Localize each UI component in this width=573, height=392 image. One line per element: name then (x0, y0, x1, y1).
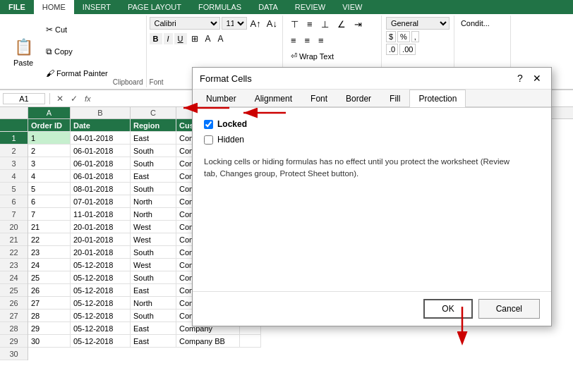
tab-home[interactable]: HOME (34, 0, 74, 14)
align-left-button[interactable]: ≡ (287, 33, 300, 48)
dialog-tab-border[interactable]: Border (337, 90, 380, 107)
cell[interactable]: 7 (28, 208, 71, 220)
row-num-6[interactable]: 6 (0, 195, 28, 208)
align-middle-button[interactable]: ≡ (303, 17, 316, 32)
row-num-24[interactable]: 24 (0, 271, 28, 284)
cell[interactable]: East (131, 322, 176, 334)
cell[interactable]: 21 (28, 221, 71, 233)
align-top-button[interactable]: ⊤ (287, 17, 302, 32)
cell[interactable]: 4 (28, 170, 71, 182)
format-painter-button[interactable]: 🖌 Format Painter (42, 66, 111, 80)
percent-button[interactable]: % (397, 31, 410, 42)
tab-file[interactable]: FILE (0, 0, 34, 14)
col-header-a[interactable]: A (28, 107, 71, 118)
font-color-button[interactable]: A (215, 32, 227, 45)
cell[interactable]: Region (131, 119, 176, 131)
dialog-tab-alignment[interactable]: Alignment (246, 90, 301, 107)
row-num-23[interactable]: 23 (0, 259, 28, 271)
cell[interactable]: 20-01-2018 (71, 233, 131, 245)
cell[interactable]: 08-01-2018 (71, 183, 131, 195)
row-num-20[interactable]: 20 (0, 221, 28, 233)
cell[interactable]: North (131, 297, 176, 309)
row-num-25[interactable]: 25 (0, 284, 28, 297)
dialog-tab-fill[interactable]: Fill (380, 90, 409, 107)
cell[interactable]: West (131, 259, 176, 271)
cell[interactable]: 06-01-2018 (71, 157, 131, 169)
number-format-select[interactable]: General (386, 17, 450, 30)
cell[interactable]: Company BB (176, 335, 240, 347)
cell[interactable]: South (131, 246, 176, 258)
cut-button[interactable]: ✂ Cut (42, 23, 111, 37)
font-name-select[interactable]: Calibri (150, 17, 220, 30)
cell[interactable]: 23 (28, 246, 71, 258)
conditional-formatting-button[interactable]: Condit... (457, 17, 493, 30)
row-num-7[interactable]: 7 (0, 208, 28, 221)
cell[interactable]: 29 (28, 322, 71, 334)
cell[interactable]: 1 (28, 132, 71, 144)
row-num-28[interactable]: 28 (0, 322, 28, 335)
border-button[interactable]: ⊞ (188, 32, 201, 45)
cell-reference-input[interactable]: A1 (3, 93, 45, 104)
accounting-format-button[interactable]: $ (386, 31, 396, 42)
cell[interactable]: South (131, 271, 176, 283)
cell[interactable]: 30 (28, 335, 71, 347)
cell[interactable]: East (131, 284, 176, 296)
row-num-26[interactable]: 26 (0, 297, 28, 310)
cancel-button[interactable]: Cancel (478, 299, 540, 319)
row-num-3[interactable]: 3 (0, 157, 28, 170)
cell[interactable]: 05-12-2018 (71, 271, 131, 283)
cell[interactable]: 11-01-2018 (71, 208, 131, 220)
comma-button[interactable]: , (411, 31, 419, 42)
row-num-1[interactable]: 1 (0, 132, 28, 145)
decrease-font-size-button[interactable]: A↓ (265, 18, 279, 30)
cell[interactable]: 24 (28, 259, 71, 271)
align-center-button[interactable]: ≡ (301, 33, 314, 48)
italic-button[interactable]: I (164, 33, 173, 44)
decrease-decimal-button[interactable]: .00 (399, 44, 416, 55)
cell[interactable]: South (131, 183, 176, 195)
align-bottom-button[interactable]: ⊥ (318, 17, 332, 32)
indent-button[interactable]: ⇥ (351, 17, 366, 32)
cell[interactable]: Date (71, 119, 131, 131)
locked-checkbox[interactable] (204, 120, 213, 129)
cell[interactable]: 20-01-2018 (71, 246, 131, 258)
ok-button[interactable]: OK (423, 299, 472, 319)
cell[interactable]: North (131, 195, 176, 207)
bold-button[interactable]: B (150, 33, 162, 44)
cell[interactable]: 06-01-2018 (71, 170, 131, 182)
cell[interactable]: 05-12-2018 (71, 284, 131, 296)
cell[interactable]: 26 (28, 284, 71, 296)
dialog-tab-number[interactable]: Number (197, 90, 246, 107)
dialog-help-button[interactable]: ? (513, 72, 527, 85)
copy-button[interactable]: ⧉ Copy (42, 44, 111, 59)
cell[interactable]: North (131, 208, 176, 220)
col-header-c[interactable]: C (131, 107, 176, 118)
cell[interactable]: West (131, 233, 176, 245)
cell[interactable]: South (131, 145, 176, 157)
cell[interactable]: 6 (28, 195, 71, 207)
row-num-27[interactable]: 27 (0, 310, 28, 322)
cell[interactable]: South (131, 157, 176, 169)
increase-font-size-button[interactable]: A↑ (248, 18, 263, 30)
row-num-21[interactable]: 21 (0, 233, 28, 246)
increase-decimal-button[interactable]: .0 (386, 44, 398, 55)
cell[interactable]: 5 (28, 183, 71, 195)
cell[interactable]: 05-12-2018 (71, 335, 131, 347)
cell[interactable]: 27 (28, 297, 71, 309)
row-num-22[interactable]: 22 (0, 246, 28, 259)
tab-insert[interactable]: INSERT (74, 0, 119, 14)
cell[interactable]: 05-12-2018 (71, 322, 131, 334)
cell[interactable]: 06-01-2018 (71, 145, 131, 157)
cell[interactable]: 05-12-2018 (71, 297, 131, 309)
cell[interactable]: 05-12-2018 (71, 259, 131, 271)
insert-function-icon[interactable]: fx (83, 94, 93, 103)
font-size-select[interactable]: 11 (222, 17, 247, 30)
row-num-2[interactable]: 2 (0, 145, 28, 157)
cell[interactable]: 05-12-2018 (71, 310, 131, 321)
corner-cell[interactable] (0, 107, 28, 118)
row-num-4[interactable]: 4 (0, 170, 28, 183)
tab-view[interactable]: VIEW (334, 0, 370, 14)
cell[interactable]: 22 (28, 233, 71, 245)
cell[interactable]: South (131, 310, 176, 321)
fill-color-button[interactable]: A (203, 32, 214, 45)
